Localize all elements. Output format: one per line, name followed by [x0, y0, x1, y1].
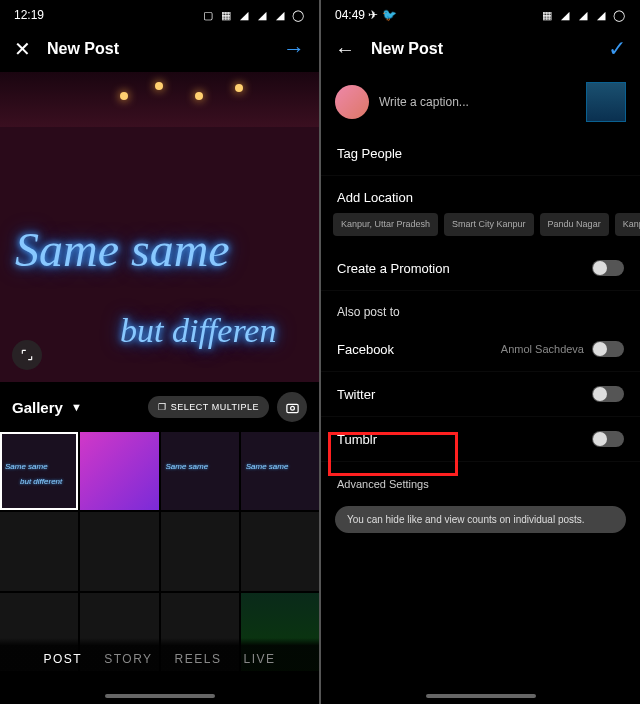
- location-chip[interactable]: Kanpur, Uttar Pradesh: [333, 213, 438, 236]
- gallery-thumb[interactable]: [80, 432, 158, 510]
- facebook-toggle[interactable]: [592, 341, 624, 357]
- picture-icon: ▢: [201, 8, 215, 22]
- neon-text-2: but differen: [120, 312, 276, 350]
- promotion-toggle[interactable]: [592, 260, 624, 276]
- battery-icon: ◯: [612, 8, 626, 22]
- status-icons: ▦ ◢ ◢ ◢ ◯: [540, 8, 626, 22]
- gallery-thumb[interactable]: [0, 512, 78, 590]
- facebook-account: Anmol Sachdeva: [501, 343, 584, 355]
- gallery-thumb[interactable]: [161, 512, 239, 590]
- clock: 04:49 ✈ 🐦: [335, 8, 397, 22]
- caption-row: Write a caption...: [321, 72, 640, 132]
- select-multiple-button[interactable]: ❐ SELECT MULTIPLE: [148, 396, 269, 418]
- stack-icon: ❐: [158, 402, 167, 412]
- tumblr-toggle[interactable]: [592, 431, 624, 447]
- back-arrow-icon[interactable]: ←: [335, 38, 355, 61]
- tag-people-row[interactable]: Tag People: [321, 132, 640, 176]
- gallery-thumb[interactable]: [241, 512, 319, 590]
- status-bar: 12:19 ▢ ▦ ◢ ◢ ◢ ◯: [0, 0, 319, 26]
- battery-icon: ◯: [291, 8, 305, 22]
- location-suggestions: Kanpur, Uttar Pradesh Smart City Kanpur …: [321, 213, 640, 246]
- home-indicator[interactable]: [426, 694, 536, 698]
- gallery-picker[interactable]: Gallery: [12, 399, 63, 416]
- post-thumbnail[interactable]: [586, 82, 626, 122]
- image-preview[interactable]: Same same but differen: [0, 72, 319, 382]
- signal-icon: ◢: [255, 8, 269, 22]
- page-title: New Post: [47, 40, 267, 58]
- signal-icon: ◢: [576, 8, 590, 22]
- tumblr-row[interactable]: Tumblr: [321, 417, 640, 462]
- twitter-icon: 🐦: [382, 8, 397, 22]
- svg-rect-0: [286, 404, 297, 412]
- tab-live[interactable]: LIVE: [243, 652, 275, 666]
- twitter-toggle[interactable]: [592, 386, 624, 402]
- tab-story[interactable]: STORY: [104, 652, 152, 666]
- signal-icon: ◢: [273, 8, 287, 22]
- cast-icon: ▦: [540, 8, 554, 22]
- create-promotion-row[interactable]: Create a Promotion: [321, 246, 640, 291]
- next-arrow-icon[interactable]: →: [283, 36, 305, 62]
- also-post-header: Also post to: [321, 291, 640, 327]
- twitter-row[interactable]: Twitter: [321, 372, 640, 417]
- gallery-thumb[interactable]: Same same: [241, 432, 319, 510]
- gallery-thumb[interactable]: [80, 512, 158, 590]
- clock: 12:19: [14, 8, 44, 22]
- expand-icon[interactable]: [12, 340, 42, 370]
- gallery-grid: Same samebut different Same same Same sa…: [0, 432, 319, 671]
- location-chip[interactable]: Smart City Kanpur: [444, 213, 534, 236]
- tab-reels[interactable]: REELS: [175, 652, 222, 666]
- mode-tabs: POST STORY REELS LIVE: [0, 638, 319, 676]
- location-chip[interactable]: Kanpur Up78 वाला: [615, 213, 640, 236]
- caption-input[interactable]: Write a caption...: [379, 95, 576, 109]
- add-location-row[interactable]: Add Location: [321, 176, 640, 213]
- cast-icon: ▦: [219, 8, 233, 22]
- hide-likes-tooltip: You can hide like and view counts on ind…: [335, 506, 626, 533]
- chevron-down-icon[interactable]: ▼: [71, 401, 82, 413]
- signal-icon: ◢: [594, 8, 608, 22]
- confirm-check-icon[interactable]: ✓: [608, 36, 626, 62]
- gallery-thumb[interactable]: Same samebut different: [0, 432, 78, 510]
- page-title: New Post: [371, 40, 592, 58]
- wifi-icon: ◢: [237, 8, 251, 22]
- close-icon[interactable]: ✕: [14, 37, 31, 61]
- camera-button[interactable]: [277, 392, 307, 422]
- screenshot-left: 12:19 ▢ ▦ ◢ ◢ ◢ ◯ ✕ New Post → Same same…: [0, 0, 319, 704]
- advanced-settings-row[interactable]: Advanced Settings: [321, 462, 640, 506]
- svg-point-1: [290, 406, 294, 410]
- wifi-icon: ◢: [558, 8, 572, 22]
- gallery-bar: Gallery ▼ ❐ SELECT MULTIPLE: [0, 382, 319, 432]
- neon-text-1: Same same: [15, 222, 230, 277]
- location-chip[interactable]: Pandu Nagar: [540, 213, 609, 236]
- avatar: [335, 85, 369, 119]
- home-indicator[interactable]: [105, 694, 215, 698]
- screenshot-right: 04:49 ✈ 🐦 ▦ ◢ ◢ ◢ ◯ ← New Post ✓ Write a…: [321, 0, 640, 704]
- facebook-row[interactable]: Facebook Anmol Sachdeva: [321, 327, 640, 372]
- header: ← New Post ✓: [321, 26, 640, 72]
- status-icons: ▢ ▦ ◢ ◢ ◢ ◯: [201, 8, 305, 22]
- tab-post[interactable]: POST: [44, 652, 83, 666]
- header: ✕ New Post →: [0, 26, 319, 72]
- gallery-thumb[interactable]: Same same: [161, 432, 239, 510]
- telegram-icon: ✈: [368, 8, 378, 22]
- status-bar: 04:49 ✈ 🐦 ▦ ◢ ◢ ◢ ◯: [321, 0, 640, 26]
